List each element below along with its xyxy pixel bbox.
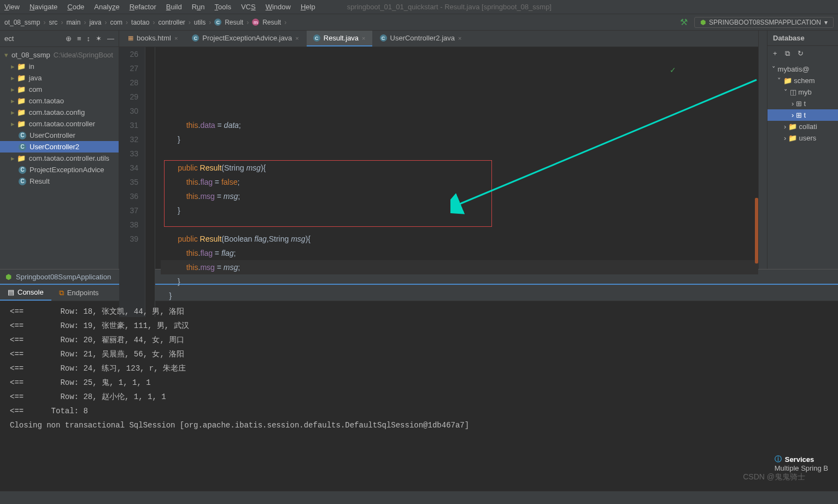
project-sidebar: ect ⊕ ≡ ↕ ✶ — ▾ot_08_ssmp C:\idea\Spring…	[0, 31, 119, 269]
right-gutter	[758, 31, 767, 269]
menu-item[interactable]: View	[4, 3, 20, 11]
editor-tab[interactable]: CProjectExceptionAdvice.java×	[185, 31, 305, 46]
spring-icon: ⬢	[5, 273, 11, 281]
close-icon[interactable]: ×	[362, 35, 365, 42]
endpoints-icon: ⧉	[59, 289, 64, 297]
notif-body: Multiple Spring B	[775, 464, 828, 472]
add-icon[interactable]: +	[773, 49, 777, 58]
close-icon[interactable]: ×	[295, 35, 298, 42]
db-item[interactable]: ˅ 📁 schem	[767, 75, 838, 86]
class-icon: C	[214, 19, 221, 26]
menu-item[interactable]: Analyze	[94, 3, 119, 11]
crumb[interactable]: controller	[158, 19, 185, 26]
crumb[interactable]: Result	[225, 19, 243, 26]
db-item[interactable]: › ⊞ t	[767, 98, 838, 109]
menu-item[interactable]: Help	[301, 3, 315, 11]
tab-console[interactable]: ▤ Console	[0, 285, 51, 301]
editor-tab[interactable]: CUserController2.java×	[373, 31, 468, 46]
project-item[interactable]: ▸ 📁com.taotao	[0, 95, 119, 107]
target-icon[interactable]: ⊕	[66, 34, 72, 43]
project-item[interactable]: ▸ 📁java	[0, 72, 119, 84]
crumb[interactable]: ot_08_ssmp	[4, 19, 40, 26]
database-title: Database	[767, 31, 838, 46]
db-item[interactable]: ˅ mybatis@	[767, 63, 838, 75]
run-header-title: Springboot08SsmpApplication	[16, 273, 111, 281]
project-item[interactable]: CResult	[0, 175, 119, 187]
tab-label: Endpoints	[67, 289, 99, 297]
navbar: ot_08_ssmp› src› main› java› com› taotao…	[0, 14, 838, 31]
project-item[interactable]: ▸ 📁com	[0, 84, 119, 95]
flatten-icon[interactable]: ≡	[77, 34, 81, 43]
gear-icon[interactable]: ✶	[96, 34, 102, 43]
build-icon[interactable]: ⚒	[680, 17, 688, 27]
project-item[interactable]: ▸ 📁com.taotao.config	[0, 107, 119, 118]
notification[interactable]: ⓘServices Multiple Spring B	[767, 450, 836, 477]
db-item[interactable]: ˅ ◫ myb	[767, 86, 838, 98]
project-item[interactable]: CProjectExceptionAdvice	[0, 164, 119, 175]
menu-item[interactable]: Tools	[215, 3, 231, 11]
project-item[interactable]: ▸ 📁com.taotao.controller	[0, 118, 119, 130]
project-item[interactable]: ▾ot_08_ssmp C:\idea\SpringBoot	[0, 49, 119, 61]
crumb[interactable]: Result	[262, 19, 281, 26]
crumb[interactable]: src	[49, 19, 57, 26]
project-view-label[interactable]: ect	[4, 34, 14, 43]
statusbar	[0, 491, 838, 504]
editor-tabs: ▦books.html×CProjectExceptionAdvice.java…	[119, 31, 758, 47]
close-icon[interactable]: ×	[458, 35, 461, 42]
menu-item[interactable]: Window	[266, 3, 291, 11]
menu-item[interactable]: VCS	[241, 3, 256, 11]
menu-item[interactable]: Code	[67, 3, 84, 11]
project-item[interactable]: ▸ 📁com.taotao.controller.utils	[0, 153, 119, 164]
db-item[interactable]: › ⊞ t	[767, 109, 838, 121]
breadcrumbs: ot_08_ssmp› src› main› java› com› taotao…	[4, 19, 286, 26]
db-item[interactable]: › 📁 users	[767, 132, 838, 144]
project-item[interactable]: CUserController2	[0, 141, 119, 153]
copy-icon[interactable]: ⧉	[785, 49, 790, 58]
close-icon[interactable]: ×	[174, 35, 178, 42]
project-item[interactable]: ▸ 📁in	[0, 61, 119, 72]
window-title: springboot_01_01_quickstart - Result.jav…	[347, 3, 552, 11]
run-tool-window: ⬢ Springboot08SsmpApplication × ▤ Consol…	[0, 269, 838, 504]
run-config-label: SPRINGBOOT08SSMPAPPLICATION	[709, 19, 821, 26]
crumb[interactable]: utils	[194, 19, 206, 26]
database-sidebar: Database + ⧉ ↻ ˅ mybatis@˅ 📁 schem˅ ◫ my…	[767, 31, 838, 269]
inspection-ok-icon[interactable]: ✓	[670, 66, 676, 74]
collapse-icon[interactable]: ↕	[87, 34, 91, 43]
menu-item[interactable]: Build	[166, 3, 182, 11]
refresh-icon[interactable]: ↻	[798, 49, 804, 58]
code-editor[interactable]: 2627282930313233343536373839 this.data =…	[119, 47, 758, 317]
crumb[interactable]: java	[89, 19, 101, 26]
editor-tab[interactable]: CResult.java×	[307, 31, 372, 46]
spring-icon: ⬢	[700, 19, 706, 26]
chevron-down-icon: ▾	[824, 19, 828, 26]
editor-tab[interactable]: ▦books.html×	[121, 31, 184, 46]
run-config-dropdown[interactable]: ⬢ SPRINGBOOT08SSMPAPPLICATION ▾	[694, 17, 834, 28]
db-item[interactable]: › 📁 collati	[767, 121, 838, 132]
menu-item[interactable]: Navigate	[30, 3, 57, 11]
project-item[interactable]: CUserController	[0, 130, 119, 141]
console-icon: ▤	[8, 288, 14, 296]
info-icon: ⓘ	[775, 454, 782, 464]
hide-icon[interactable]: —	[107, 34, 114, 43]
tab-label: Console	[17, 288, 44, 296]
console-output[interactable]: <== Row: 18, 张文凯, 44, 男, 洛阳 <== Row: 19,…	[0, 301, 838, 504]
menubar: View Navigate Code Analyze Refactor Buil…	[0, 0, 838, 14]
menu-item[interactable]: Run	[192, 3, 205, 11]
method-icon: m	[252, 19, 259, 26]
menu-item[interactable]: Refactor	[130, 3, 156, 11]
crumb[interactable]: main	[66, 19, 80, 26]
scrollbar-marker[interactable]	[755, 198, 758, 263]
crumb[interactable]: taotao	[131, 19, 149, 26]
notif-title: Services	[785, 455, 814, 464]
crumb[interactable]: com	[110, 19, 122, 26]
tab-endpoints[interactable]: ⧉ Endpoints	[51, 285, 107, 301]
